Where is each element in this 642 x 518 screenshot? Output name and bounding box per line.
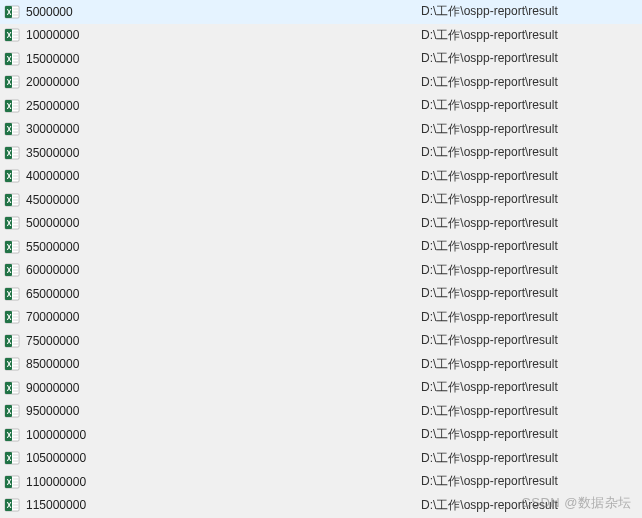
file-path: D:\工作\ospp-report\result (421, 50, 642, 67)
file-name: 70000000 (26, 310, 421, 324)
file-name: 110000000 (26, 475, 421, 489)
file-path: D:\工作\ospp-report\result (421, 3, 642, 20)
file-name: 65000000 (26, 287, 421, 301)
file-row[interactable]: 25000000D:\工作\ospp-report\result (0, 94, 642, 118)
excel-file-icon (4, 403, 20, 419)
file-path: D:\工作\ospp-report\result (421, 74, 642, 91)
excel-file-icon (4, 474, 20, 490)
excel-file-icon (4, 4, 20, 20)
file-list: 5000000D:\工作\ospp-report\result 10000000… (0, 0, 642, 517)
file-row[interactable]: 70000000D:\工作\ospp-report\result (0, 306, 642, 330)
excel-file-icon (4, 333, 20, 349)
excel-file-icon (4, 309, 20, 325)
file-row[interactable]: 65000000D:\工作\ospp-report\result (0, 282, 642, 306)
file-row[interactable]: 100000000D:\工作\ospp-report\result (0, 423, 642, 447)
file-row[interactable]: 90000000D:\工作\ospp-report\result (0, 376, 642, 400)
file-row[interactable]: 60000000D:\工作\ospp-report\result (0, 259, 642, 283)
excel-file-icon (4, 98, 20, 114)
file-row[interactable]: 75000000D:\工作\ospp-report\result (0, 329, 642, 353)
file-name: 45000000 (26, 193, 421, 207)
excel-file-icon (4, 192, 20, 208)
file-path: D:\工作\ospp-report\result (421, 215, 642, 232)
file-name: 15000000 (26, 52, 421, 66)
excel-file-icon (4, 262, 20, 278)
file-row[interactable]: 35000000D:\工作\ospp-report\result (0, 141, 642, 165)
file-path: D:\工作\ospp-report\result (421, 97, 642, 114)
file-row[interactable]: 15000000D:\工作\ospp-report\result (0, 47, 642, 71)
file-path: D:\工作\ospp-report\result (421, 238, 642, 255)
file-row[interactable]: 105000000D:\工作\ospp-report\result (0, 447, 642, 471)
file-path: D:\工作\ospp-report\result (421, 426, 642, 443)
excel-file-icon (4, 239, 20, 255)
file-name: 35000000 (26, 146, 421, 160)
file-row[interactable]: 110000000D:\工作\ospp-report\result (0, 470, 642, 494)
excel-file-icon (4, 74, 20, 90)
file-path: D:\工作\ospp-report\result (421, 144, 642, 161)
excel-file-icon (4, 168, 20, 184)
file-name: 5000000 (26, 5, 421, 19)
excel-file-icon (4, 450, 20, 466)
file-name: 85000000 (26, 357, 421, 371)
file-row[interactable]: 20000000D:\工作\ospp-report\result (0, 71, 642, 95)
file-row[interactable]: 95000000D:\工作\ospp-report\result (0, 400, 642, 424)
file-name: 95000000 (26, 404, 421, 418)
file-path: D:\工作\ospp-report\result (421, 309, 642, 326)
file-path: D:\工作\ospp-report\result (421, 121, 642, 138)
excel-file-icon (4, 497, 20, 513)
excel-file-icon (4, 356, 20, 372)
file-path: D:\工作\ospp-report\result (421, 332, 642, 349)
file-row[interactable]: 10000000D:\工作\ospp-report\result (0, 24, 642, 48)
file-path: D:\工作\ospp-report\result (421, 356, 642, 373)
file-name: 55000000 (26, 240, 421, 254)
file-row[interactable]: 30000000D:\工作\ospp-report\result (0, 118, 642, 142)
file-path: D:\工作\ospp-report\result (421, 473, 642, 490)
file-name: 25000000 (26, 99, 421, 113)
file-name: 105000000 (26, 451, 421, 465)
file-row[interactable]: 50000000D:\工作\ospp-report\result (0, 212, 642, 236)
file-path: D:\工作\ospp-report\result (421, 403, 642, 420)
file-name: 75000000 (26, 334, 421, 348)
file-row[interactable]: 45000000D:\工作\ospp-report\result (0, 188, 642, 212)
file-row[interactable]: 5000000D:\工作\ospp-report\result (0, 0, 642, 24)
excel-file-icon (4, 380, 20, 396)
file-path: D:\工作\ospp-report\result (421, 262, 642, 279)
file-path: D:\工作\ospp-report\result (421, 497, 642, 514)
excel-file-icon (4, 286, 20, 302)
file-row[interactable]: 115000000D:\工作\ospp-report\result (0, 494, 642, 518)
file-name: 10000000 (26, 28, 421, 42)
file-path: D:\工作\ospp-report\result (421, 191, 642, 208)
file-path: D:\工作\ospp-report\result (421, 27, 642, 44)
excel-file-icon (4, 121, 20, 137)
file-path: D:\工作\ospp-report\result (421, 168, 642, 185)
file-path: D:\工作\ospp-report\result (421, 450, 642, 467)
file-path: D:\工作\ospp-report\result (421, 379, 642, 396)
excel-file-icon (4, 51, 20, 67)
excel-file-icon (4, 145, 20, 161)
file-row[interactable]: 40000000D:\工作\ospp-report\result (0, 165, 642, 189)
file-name: 30000000 (26, 122, 421, 136)
file-path: D:\工作\ospp-report\result (421, 285, 642, 302)
file-name: 115000000 (26, 498, 421, 512)
file-name: 40000000 (26, 169, 421, 183)
excel-file-icon (4, 215, 20, 231)
file-name: 100000000 (26, 428, 421, 442)
file-name: 50000000 (26, 216, 421, 230)
file-row[interactable]: 55000000D:\工作\ospp-report\result (0, 235, 642, 259)
file-row[interactable]: 85000000D:\工作\ospp-report\result (0, 353, 642, 377)
excel-file-icon (4, 427, 20, 443)
excel-file-icon (4, 27, 20, 43)
file-name: 20000000 (26, 75, 421, 89)
file-name: 90000000 (26, 381, 421, 395)
file-name: 60000000 (26, 263, 421, 277)
